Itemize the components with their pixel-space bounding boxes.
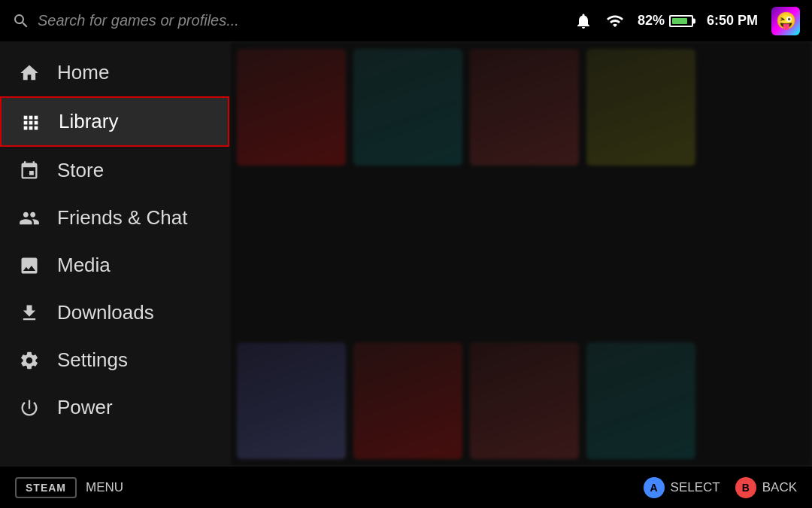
- store-icon: [18, 160, 41, 182]
- top-bar-right: 82% 6:50 PM 😜: [574, 7, 800, 35]
- battery-area: 82%: [638, 13, 693, 29]
- main-content: [229, 41, 812, 467]
- select-label: SELECT: [671, 480, 720, 495]
- search-icon: [12, 12, 30, 30]
- sidebar-item-downloads[interactable]: Downloads: [0, 289, 229, 336]
- b-button[interactable]: B: [735, 477, 756, 498]
- notification-icon[interactable]: [574, 12, 592, 30]
- sidebar-label-settings: Settings: [57, 348, 128, 372]
- downloads-icon: [18, 302, 41, 324]
- bottom-bar-left: STEAM MENU: [15, 477, 123, 498]
- sidebar-item-media[interactable]: Media: [0, 242, 229, 289]
- avatar[interactable]: 😜: [771, 7, 800, 35]
- a-button[interactable]: A: [644, 477, 665, 498]
- game-thumb-3: [470, 49, 579, 166]
- media-icon: [18, 254, 41, 277]
- game-thumb-2: [353, 49, 462, 166]
- sidebar-label-friends: Friends & Chat: [57, 206, 187, 230]
- game-thumb-5: [237, 342, 346, 459]
- top-bar: Search for games or profiles... 82% 6:50…: [0, 0, 812, 41]
- back-btn-group: B BACK: [735, 477, 797, 498]
- sidebar-label-downloads: Downloads: [57, 301, 154, 324]
- signal-icon: [606, 12, 624, 30]
- sidebar-label-library: Library: [59, 110, 118, 133]
- back-label: BACK: [762, 480, 797, 495]
- game-thumb-1: [237, 49, 346, 166]
- home-icon: [18, 62, 41, 84]
- steam-label: STEAM: [26, 482, 66, 494]
- sidebar-label-media: Media: [57, 254, 111, 277]
- sidebar-item-friends[interactable]: Friends & Chat: [0, 194, 229, 242]
- time-display: 6:50 PM: [707, 13, 758, 29]
- sidebar: Home Library Store Friends & Chat Media …: [0, 41, 229, 467]
- a-button-label: A: [650, 482, 658, 494]
- power-icon: [18, 397, 41, 419]
- game-thumb-7: [470, 342, 579, 459]
- sidebar-label-home: Home: [57, 61, 109, 84]
- background-blur: [229, 41, 812, 467]
- bottom-bar-right: A SELECT B BACK: [644, 477, 797, 498]
- sidebar-label-store: Store: [57, 159, 104, 182]
- sidebar-label-power: Power: [57, 396, 113, 419]
- search-placeholder: Search for games or profiles...: [38, 12, 239, 29]
- bottom-bar: STEAM MENU A SELECT B BACK: [0, 467, 812, 508]
- game-thumb-6: [353, 342, 462, 459]
- steam-button[interactable]: STEAM: [15, 477, 77, 498]
- sidebar-item-library[interactable]: Library: [0, 96, 229, 147]
- sidebar-item-store[interactable]: Store: [0, 147, 229, 194]
- sidebar-item-settings[interactable]: Settings: [0, 336, 229, 384]
- library-icon: [20, 111, 42, 133]
- select-btn-group: A SELECT: [644, 477, 720, 498]
- battery-icon: [669, 15, 693, 27]
- b-button-label: B: [742, 482, 750, 494]
- avatar-image: 😜: [776, 11, 796, 31]
- friends-icon: [18, 207, 41, 230]
- game-thumb-4: [586, 49, 695, 166]
- battery-percent: 82%: [638, 13, 665, 29]
- settings-icon: [18, 349, 41, 372]
- menu-label: MENU: [86, 480, 123, 495]
- search-area[interactable]: Search for games or profiles...: [12, 12, 239, 30]
- sidebar-item-power[interactable]: Power: [0, 384, 229, 431]
- sidebar-item-home[interactable]: Home: [0, 49, 229, 96]
- game-thumb-8: [586, 342, 695, 459]
